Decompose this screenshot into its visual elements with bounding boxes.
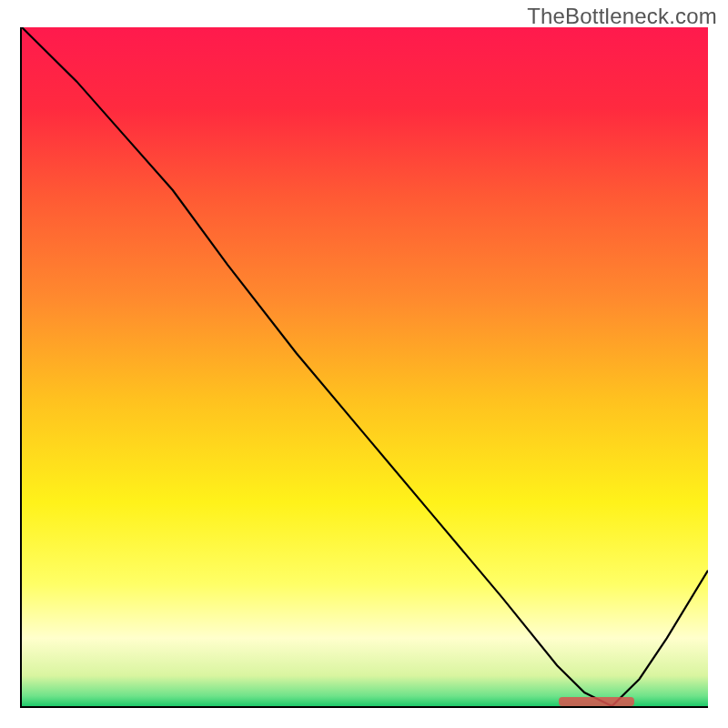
optimal-range-marker [559, 697, 634, 706]
gradient-fill [22, 27, 708, 706]
watermark-label: TheBottleneck.com [527, 4, 717, 29]
chart-canvas: TheBottleneck.com [0, 0, 728, 728]
plot-svg [22, 27, 708, 706]
plot-area [20, 27, 708, 708]
